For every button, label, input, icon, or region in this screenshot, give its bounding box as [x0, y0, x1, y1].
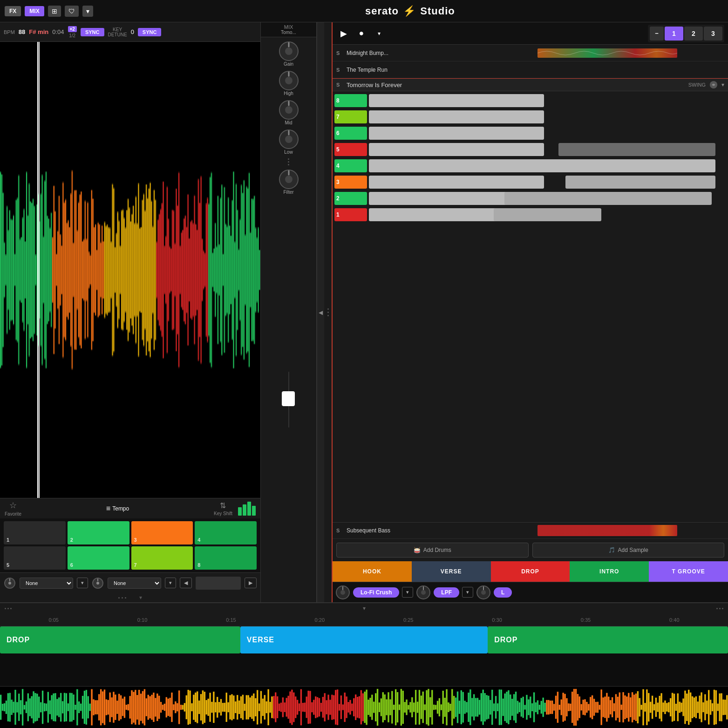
pattern-block-4[interactable] — [369, 159, 544, 172]
song-item-temple-run[interactable]: S The Temple Run — [333, 61, 728, 78]
stop-button[interactable]: ● — [354, 26, 369, 41]
minus-btn[interactable]: − — [650, 27, 664, 41]
shield-icon[interactable]: 🛡 — [65, 6, 79, 17]
svg-rect-178 — [264, 695, 265, 720]
pattern-block-5b[interactable] — [558, 143, 715, 156]
tgroove-btn[interactable]: T GROOVE — [649, 561, 728, 582]
pad-1[interactable]: 1 — [4, 521, 66, 544]
swing-icon[interactable] — [709, 81, 718, 89]
add-sample-button[interactable]: 🎵 Add Sample — [532, 543, 725, 558]
pattern-block-1b[interactable] — [494, 208, 601, 221]
pattern-block-2b[interactable] — [504, 192, 712, 205]
fader-track[interactable] — [285, 372, 293, 428]
sync-button[interactable]: SYNC — [81, 28, 104, 36]
high-knob[interactable] — [279, 70, 299, 91]
pattern-block-3b[interactable] — [565, 176, 715, 189]
nav-next[interactable]: ▶ — [245, 578, 257, 588]
pad-2[interactable]: 2 — [68, 521, 129, 544]
pad-3[interactable]: 3 — [131, 521, 193, 544]
key-shift-control[interactable]: ⇅ Key Shift — [214, 501, 232, 516]
key-sync-button[interactable]: SYNC — [138, 28, 162, 36]
fx-knob-1[interactable] — [335, 585, 350, 600]
verse-btn[interactable]: VERSE — [412, 561, 491, 582]
low-knob[interactable] — [279, 129, 299, 150]
add-drums-button[interactable]: 🥁 Add Drums — [336, 543, 529, 558]
filter-knob[interactable] — [279, 169, 299, 190]
svg-rect-206 — [315, 696, 316, 718]
pattern-label-8[interactable]: 8 — [334, 94, 367, 107]
effect-dial-1[interactable] — [4, 577, 16, 589]
pad-6[interactable]: 6 — [68, 546, 129, 570]
svg-rect-220 — [340, 695, 342, 719]
waveform-display[interactable]: // Generate waveform bars — [0, 42, 260, 498]
measure-3[interactable]: 3 — [704, 27, 722, 41]
pattern-label-2[interactable]: 2 — [334, 192, 367, 205]
svg-rect-243 — [382, 692, 384, 722]
dropdown-icon[interactable]: ▾ — [82, 6, 93, 17]
svg-rect-195 — [295, 696, 296, 718]
lpf-btn[interactable]: LPF — [434, 587, 459, 598]
fx-knob-3[interactable] — [476, 585, 491, 600]
pad-5[interactable]: 5 — [4, 546, 66, 570]
pattern-block-8[interactable] — [369, 94, 544, 107]
effect-select-2[interactable]: None — [108, 578, 161, 589]
arrange-collapse[interactable]: ▾ — [363, 605, 366, 612]
gain-knob[interactable] — [279, 41, 299, 61]
grid-icon[interactable]: ⊞ — [48, 6, 61, 17]
fader-handle[interactable] — [282, 391, 295, 406]
pad-8[interactable]: 8 — [195, 546, 257, 570]
nav-prev[interactable]: ◀ — [180, 578, 192, 588]
bass-track[interactable]: S Subsequent Bass — [333, 522, 728, 539]
effect-dial-2[interactable] — [92, 577, 104, 589]
fx-knob-2[interactable] — [416, 585, 431, 600]
measure-2[interactable]: 2 — [684, 27, 703, 41]
pad-7[interactable]: 7 — [131, 546, 193, 570]
fx-l-btn[interactable]: L — [494, 587, 512, 598]
scroll-dots-left: ▾ — [0, 593, 260, 602]
pattern-cells-8 — [369, 94, 726, 107]
pattern-block-3[interactable] — [369, 176, 544, 189]
arrange-block-verse[interactable]: VERSE — [240, 626, 488, 653]
effect-dropdown-1[interactable]: ▾ — [77, 578, 88, 588]
collapse-panel[interactable]: ◀ — [317, 22, 324, 602]
collapse-btn[interactable]: ▾ — [139, 594, 142, 601]
arrange-block-drop-2[interactable]: DROP — [488, 626, 728, 653]
song-item-midnight-bump[interactable]: S Midnight Bump... — [333, 45, 728, 61]
hook-btn[interactable]: HOOK — [333, 561, 412, 582]
pattern-label-1[interactable]: 1 — [334, 208, 367, 221]
pattern-label-5[interactable]: 5 — [334, 143, 367, 156]
favorite-control[interactable]: ☆ Favorite — [5, 500, 21, 517]
pattern-label-7[interactable]: 7 — [334, 110, 367, 123]
pattern-block-7[interactable] — [369, 110, 544, 123]
svg-rect-300 — [486, 695, 487, 720]
svg-rect-323 — [528, 700, 529, 715]
tempo-control[interactable]: ≡ Tempo — [27, 504, 208, 513]
svg-rect-416 — [697, 701, 699, 713]
pattern-label-4[interactable]: 4 — [334, 159, 367, 172]
play-button[interactable]: ▶ — [336, 26, 351, 41]
lpf-dropdown[interactable]: ▾ — [462, 587, 473, 598]
fx-button[interactable]: FX — [5, 6, 21, 16]
svg-rect-207 — [317, 697, 318, 717]
intro-btn[interactable]: INTRO — [570, 561, 649, 582]
pattern-label-3[interactable]: 3 — [334, 176, 367, 189]
song-name-1: Midnight Bump... — [347, 50, 534, 56]
drop-btn[interactable]: DROP — [491, 561, 570, 582]
mid-knob[interactable] — [279, 100, 299, 120]
effect-dropdown-2[interactable]: ▾ — [165, 578, 176, 588]
lofi-dropdown[interactable]: ▾ — [402, 587, 413, 598]
pattern-dropdown[interactable]: ▾ — [721, 82, 724, 88]
lofi-crush-btn[interactable]: Lo-Fi Crush — [353, 587, 399, 598]
pattern-block-4b[interactable] — [537, 159, 715, 172]
transport-dropdown[interactable]: ▾ — [372, 26, 387, 41]
arrange-block-drop-1[interactable]: DROP — [0, 626, 240, 653]
measure-1[interactable]: 1 — [665, 27, 683, 41]
pattern-block-6[interactable] — [369, 127, 544, 140]
mix-button[interactable]: MIX — [25, 6, 44, 16]
gain-section: Gain — [261, 37, 316, 68]
pattern-label-6[interactable]: 6 — [334, 127, 367, 140]
svg-rect-218 — [337, 689, 338, 725]
pad-4[interactable]: 4 — [195, 521, 257, 544]
effect-select-1[interactable]: None — [20, 578, 73, 589]
pattern-block-5[interactable] — [369, 143, 544, 156]
